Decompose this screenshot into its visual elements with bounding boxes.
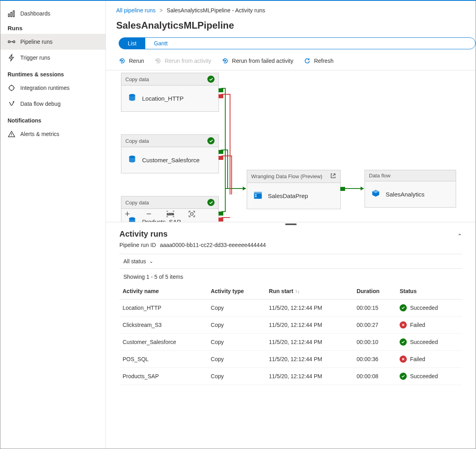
col-run-start[interactable]: Run start↑↓ <box>266 284 353 299</box>
success-port[interactable] <box>218 150 223 154</box>
cell-duration: 00:00:15 <box>353 299 396 317</box>
svg-rect-12 <box>254 193 262 199</box>
sidebar-label: Integration runtimes <box>20 85 70 91</box>
success-port[interactable] <box>218 212 223 216</box>
cell-status: Succeeded <box>396 334 462 351</box>
rerun-activity-icon <box>154 57 162 64</box>
svg-point-5 <box>9 86 14 90</box>
failed-icon <box>400 321 407 328</box>
failure-port[interactable] <box>218 218 223 222</box>
canvas-zoom-controls: + − 100% <box>123 209 197 219</box>
zoom-fit-button[interactable] <box>187 209 197 219</box>
cell-duration: 00:00:08 <box>353 368 396 385</box>
cell-type: Copy <box>208 351 266 368</box>
failure-port[interactable] <box>218 156 223 160</box>
open-external-icon[interactable] <box>330 173 336 180</box>
sidebar-item-data-flow-debug[interactable]: Data flow debug <box>0 96 105 112</box>
success-port[interactable] <box>218 88 223 92</box>
sidebar-section-runs: Runs <box>0 21 105 34</box>
cell-status: Failed <box>396 317 462 334</box>
cell-start: 11/5/20, 12:12:44 PM <box>266 351 353 368</box>
node-type-label: Copy data <box>125 138 149 144</box>
sidebar-section-notifications: Notifications <box>0 112 105 126</box>
runtime-icon <box>8 84 16 92</box>
svg-rect-17 <box>191 213 193 215</box>
debug-icon <box>8 100 16 108</box>
sidebar-item-alerts-metrics[interactable]: Alerts & metrics <box>0 126 105 142</box>
activity-node-dataflow[interactable]: Data flow SalesAnalytics <box>365 170 456 208</box>
success-icon <box>207 199 215 206</box>
status-filter[interactable]: All status ⌄ <box>119 254 462 269</box>
svg-point-3 <box>8 41 10 43</box>
table-row[interactable]: Customer_SalesforceCopy11/5/20, 12:12:44… <box>119 334 462 351</box>
node-name: Customer_Salesforce <box>142 157 199 163</box>
sidebar-section-runtimes: Runtimes & sessions <box>0 66 105 80</box>
sidebar: Dashboards Runs Pipeline runs Trigger ru… <box>0 1 106 449</box>
success-icon <box>207 76 215 83</box>
cell-type: Copy <box>208 299 266 317</box>
failure-port[interactable] <box>218 94 223 98</box>
node-type-label: Data flow <box>369 173 390 179</box>
col-status[interactable]: Status <box>396 284 462 299</box>
sidebar-item-dashboards[interactable]: Dashboards <box>0 6 105 21</box>
failed-icon <box>400 356 407 363</box>
success-icon <box>207 137 215 144</box>
collapse-icon[interactable]: ⌄ <box>457 233 462 239</box>
breadcrumb-root[interactable]: All pipeline runs <box>116 7 156 14</box>
activity-node-customer[interactable]: Copy data Customer_Salesforce <box>121 134 219 173</box>
splitter-handle[interactable] <box>106 222 476 226</box>
view-toggle: List Gantt <box>119 37 476 49</box>
breadcrumb-separator: > <box>160 7 163 14</box>
table-row[interactable]: POS_SQLCopy11/5/20, 12:12:44 PM00:00:36F… <box>119 351 462 368</box>
table-row[interactable]: Location_HTTPCopy11/5/20, 12:12:44 PM00:… <box>119 299 462 317</box>
svg-point-4 <box>13 41 15 43</box>
activity-runs-title: Activity runs <box>119 229 168 239</box>
success-icon <box>400 373 407 380</box>
rerun-from-failed-button[interactable]: Rerun from failed activity <box>222 57 293 64</box>
success-icon <box>400 304 407 311</box>
toolbar: Rerun Rerun from activity Rerun from fai… <box>106 53 476 70</box>
node-name: SalesAnalytics <box>386 191 425 198</box>
activity-runs-table: Activity name Activity type Run start↑↓ … <box>119 284 462 385</box>
activity-node-wrangling[interactable]: Wrangling Data Flow (Preview) SalesDataP… <box>247 170 341 209</box>
pipeline-canvas[interactable]: Copy data Location_HTTP Copy data <box>106 70 476 222</box>
svg-marker-7 <box>243 187 246 190</box>
node-name: SalesDataPrep <box>268 192 308 199</box>
success-icon <box>400 338 407 346</box>
svg-text:100%: 100% <box>167 213 174 216</box>
cell-name: Customer_Salesforce <box>119 334 208 351</box>
refresh-button[interactable]: Refresh <box>304 57 334 64</box>
dataflow-icon <box>253 190 263 202</box>
node-type-label: Copy data <box>125 200 149 206</box>
view-toggle-list[interactable]: List <box>119 38 145 49</box>
cell-duration: 00:00:36 <box>353 351 396 368</box>
svg-rect-1 <box>11 12 12 17</box>
table-row[interactable]: Clickstream_S3Copy11/5/20, 12:12:44 PM00… <box>119 317 462 334</box>
view-toggle-gantt[interactable]: Gantt <box>145 38 176 49</box>
cell-type: Copy <box>208 334 266 351</box>
zoom-reset-button[interactable]: 100% <box>166 209 175 219</box>
col-duration[interactable]: Duration <box>353 284 396 299</box>
success-port[interactable] <box>340 187 345 191</box>
svg-marker-8 <box>361 187 364 190</box>
svg-rect-13 <box>254 192 262 193</box>
sidebar-item-trigger-runs[interactable]: Trigger runs <box>0 50 105 66</box>
activity-node-location[interactable]: Copy data Location_HTTP <box>121 73 219 112</box>
cell-type: Copy <box>208 368 266 385</box>
rerun-button[interactable]: Rerun <box>119 57 144 64</box>
col-activity-name[interactable]: Activity name <box>119 284 208 299</box>
trigger-icon <box>8 54 16 62</box>
sidebar-item-pipeline-runs[interactable]: Pipeline runs <box>0 34 105 50</box>
alert-icon <box>8 130 16 138</box>
cell-start: 11/5/20, 12:12:44 PM <box>266 334 353 351</box>
sort-icon: ↑↓ <box>295 289 300 294</box>
database-icon <box>127 93 137 104</box>
cell-start: 11/5/20, 12:12:44 PM <box>266 317 353 334</box>
activity-runs-panel: Activity runs ⌄ Pipeline run ID aaaa0000… <box>106 226 476 385</box>
sidebar-item-integration-runtimes[interactable]: Integration runtimes <box>0 80 105 96</box>
table-row[interactable]: Products_SAPCopy11/5/20, 12:12:44 PM00:0… <box>119 368 462 385</box>
zoom-out-button[interactable]: − <box>144 209 154 219</box>
zoom-in-button[interactable]: + <box>123 209 132 219</box>
node-name: Location_HTTP <box>142 95 183 102</box>
col-activity-type[interactable]: Activity type <box>208 284 266 299</box>
